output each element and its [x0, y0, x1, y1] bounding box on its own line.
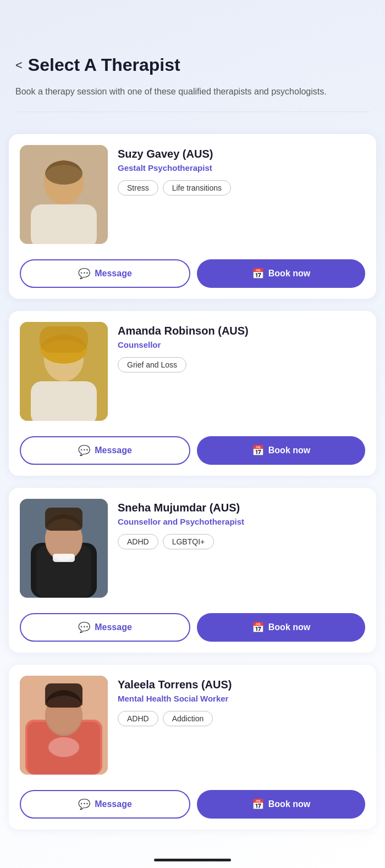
- svg-rect-23: [45, 683, 82, 708]
- tag-lgbtqi: LGBTQI+: [163, 534, 215, 549]
- buttons-yaleela: 💬 Message 📅 Book now: [20, 790, 365, 819]
- tags-amanda: Grief and Loss: [118, 357, 365, 372]
- book-button-amanda[interactable]: 📅 Book now: [197, 436, 365, 465]
- tags-sneha: ADHD LGBTQI+: [118, 534, 365, 549]
- book-label-yaleela: Book now: [268, 799, 310, 809]
- tag-stress: Stress: [118, 180, 158, 196]
- card-top-sneha: Sneha Mujumdar (AUS) Counsellor and Psyc…: [20, 499, 365, 598]
- card-top-amanda: Amanda Robinson (AUS) Counsellor Grief a…: [20, 322, 365, 421]
- book-label-suzy: Book now: [268, 269, 310, 279]
- message-label-sneha: Message: [95, 622, 132, 632]
- therapist-name-yaleela: Yaleela Torrens (AUS): [118, 678, 365, 692]
- therapist-info-amanda: Amanda Robinson (AUS) Counsellor Grief a…: [118, 322, 365, 372]
- therapist-name-suzy: Suzy Gavey (AUS): [118, 147, 365, 161]
- svg-rect-7: [31, 381, 97, 421]
- therapist-info-sneha: Sneha Mujumdar (AUS) Counsellor and Psyc…: [118, 499, 365, 549]
- book-icon-yaleela: 📅: [252, 798, 264, 810]
- message-button-sneha[interactable]: 💬 Message: [20, 613, 190, 642]
- tag-life-transitions: Life transitions: [163, 180, 231, 196]
- buttons-suzy: 💬 Message 📅 Book now: [20, 259, 365, 288]
- book-icon-amanda: 📅: [252, 444, 264, 457]
- message-icon-yaleela: 💬: [78, 798, 90, 810]
- svg-rect-10: [40, 326, 88, 353]
- svg-point-24: [48, 737, 79, 757]
- card-top-yaleela: Yaleela Torrens (AUS) Mental Health Soci…: [20, 676, 365, 775]
- message-icon-amanda: 💬: [78, 444, 90, 457]
- back-row: < Select A Therapist: [15, 55, 370, 75]
- therapist-name-sneha: Sneha Mujumdar (AUS): [118, 501, 365, 515]
- avatar-yaleela: [20, 676, 108, 775]
- tag-addiction: Addiction: [163, 711, 213, 726]
- book-icon-sneha: 📅: [252, 621, 264, 633]
- message-icon-sneha: 💬: [78, 621, 90, 633]
- buttons-sneha: 💬 Message 📅 Book now: [20, 613, 365, 642]
- book-button-suzy[interactable]: 📅 Book now: [197, 259, 365, 288]
- svg-rect-2: [31, 204, 97, 244]
- book-label-amanda: Book now: [268, 446, 310, 455]
- tag-adhd-sneha: ADHD: [118, 534, 158, 549]
- therapist-role-sneha: Counsellor and Psychotherapist: [118, 517, 365, 526]
- therapist-name-amanda: Amanda Robinson (AUS): [118, 324, 365, 338]
- therapist-list: Suzy Gavey (AUS) Gestalt Psychotherapist…: [0, 134, 385, 863]
- svg-rect-17: [53, 554, 75, 562]
- therapist-card-suzy: Suzy Gavey (AUS) Gestalt Psychotherapist…: [9, 134, 376, 299]
- therapist-role-yaleela: Mental Health Social Worker: [118, 694, 365, 703]
- message-label-amanda: Message: [95, 446, 132, 455]
- tags-yaleela: ADHD Addiction: [118, 711, 365, 726]
- book-button-sneha[interactable]: 📅 Book now: [197, 613, 365, 642]
- message-label-suzy: Message: [95, 269, 132, 279]
- tag-adhd-yaleela: ADHD: [118, 711, 158, 726]
- tag-grief-loss: Grief and Loss: [118, 357, 186, 372]
- message-button-amanda[interactable]: 💬 Message: [20, 436, 190, 465]
- back-button[interactable]: <: [15, 58, 23, 73]
- buttons-amanda: 💬 Message 📅 Book now: [20, 436, 365, 465]
- therapist-info-yaleela: Yaleela Torrens (AUS) Mental Health Soci…: [118, 676, 365, 726]
- book-button-yaleela[interactable]: 📅 Book now: [197, 790, 365, 819]
- subtitle-text: Book a therapy session with one of these…: [15, 85, 370, 98]
- tags-suzy: Stress Life transitions: [118, 180, 365, 196]
- divider: [15, 112, 370, 112]
- page-title: Select A Therapist: [28, 55, 180, 75]
- book-label-sneha: Book now: [268, 622, 310, 632]
- message-label-yaleela: Message: [95, 799, 132, 809]
- therapist-role-suzy: Gestalt Psychotherapist: [118, 163, 365, 173]
- svg-rect-16: [45, 508, 82, 531]
- therapist-info-suzy: Suzy Gavey (AUS) Gestalt Psychotherapist…: [118, 145, 365, 196]
- therapist-card-yaleela: Yaleela Torrens (AUS) Mental Health Soci…: [9, 665, 376, 830]
- therapist-card-amanda: Amanda Robinson (AUS) Counsellor Grief a…: [9, 311, 376, 476]
- home-indicator: [154, 859, 231, 861]
- avatar-suzy: [20, 145, 108, 244]
- therapist-card-sneha: Sneha Mujumdar (AUS) Counsellor and Psyc…: [9, 488, 376, 653]
- message-icon-suzy: 💬: [78, 268, 90, 280]
- therapist-role-amanda: Counsellor: [118, 340, 365, 349]
- message-button-suzy[interactable]: 💬 Message: [20, 259, 190, 288]
- header: < Select A Therapist Book a therapy sess…: [0, 0, 385, 134]
- card-top-suzy: Suzy Gavey (AUS) Gestalt Psychotherapist…: [20, 145, 365, 244]
- message-button-yaleela[interactable]: 💬 Message: [20, 790, 190, 819]
- avatar-sneha: [20, 499, 108, 598]
- avatar-amanda: [20, 322, 108, 421]
- book-icon-suzy: 📅: [252, 268, 264, 280]
